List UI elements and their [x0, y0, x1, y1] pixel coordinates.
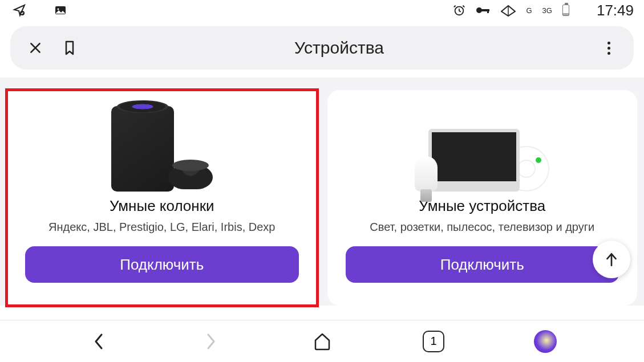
browser-header: Устройства: [10, 26, 634, 70]
alarm-icon: [453, 4, 465, 17]
vpn-key-icon: [476, 4, 491, 17]
content-area: Умные колонки Яндекс, JBL, Prestigio, LG…: [0, 78, 644, 306]
status-bar: G 3G 17:49: [0, 0, 644, 21]
image-icon: [51, 1, 70, 19]
nav-alice-icon[interactable]: [533, 329, 558, 354]
nav-back-icon[interactable]: [87, 329, 112, 354]
signal-g-label: G: [526, 7, 532, 14]
devices-illustration: [346, 100, 619, 192]
card-smart-speakers[interactable]: Умные колонки Яндекс, JBL, Prestigio, LG…: [7, 90, 317, 306]
nav-forward-icon: [198, 329, 223, 354]
location-share-icon: [10, 1, 29, 19]
scroll-top-button[interactable]: [593, 241, 630, 278]
bottom-nav: 1: [0, 320, 644, 362]
card-subtitle: Яндекс, JBL, Prestigio, LG, Elari, Irbis…: [48, 221, 275, 234]
nav-tabs-icon[interactable]: 1: [421, 329, 446, 354]
status-clock: 17:49: [597, 2, 634, 19]
svg-point-4: [476, 7, 482, 13]
nav-home-icon[interactable]: [310, 329, 335, 354]
tab-count: 1: [423, 331, 444, 352]
more-icon[interactable]: [600, 39, 618, 57]
card-title: Умные колонки: [110, 197, 214, 215]
card-smart-devices[interactable]: Умные устройства Свет, розетки, пылесос,…: [327, 90, 638, 306]
battery-icon: [562, 5, 569, 16]
speakers-illustration: [25, 100, 299, 192]
signal-3g-label: 3G: [542, 7, 552, 14]
bookmark-icon[interactable]: [60, 39, 79, 57]
wifi-icon: [501, 4, 516, 17]
close-icon[interactable]: [26, 39, 44, 57]
page-title: Устройства: [79, 38, 600, 58]
connect-button[interactable]: Подключить: [25, 246, 299, 283]
svg-point-2: [58, 9, 59, 10]
svg-rect-6: [487, 9, 489, 13]
card-title: Умные устройства: [419, 197, 545, 215]
card-subtitle: Свет, розетки, пылесос, телевизор и друг…: [370, 221, 594, 234]
connect-button[interactable]: Подключить: [346, 246, 619, 283]
